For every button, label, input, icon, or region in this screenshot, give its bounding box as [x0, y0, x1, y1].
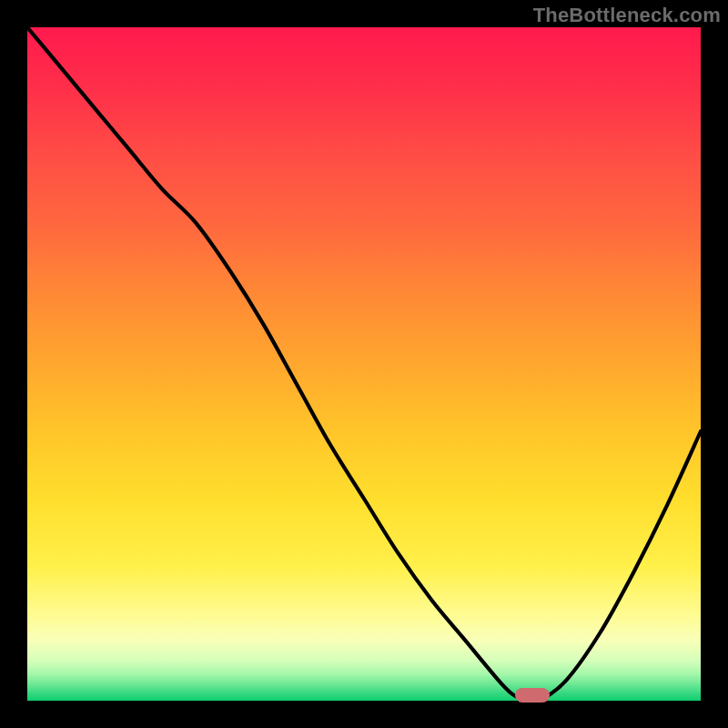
watermark-text: TheBottleneck.com [533, 4, 721, 27]
chart-frame: TheBottleneck.com [0, 0, 728, 728]
optimal-marker [515, 688, 550, 703]
plot-area [27, 27, 701, 701]
bottleneck-curve [27, 27, 701, 701]
